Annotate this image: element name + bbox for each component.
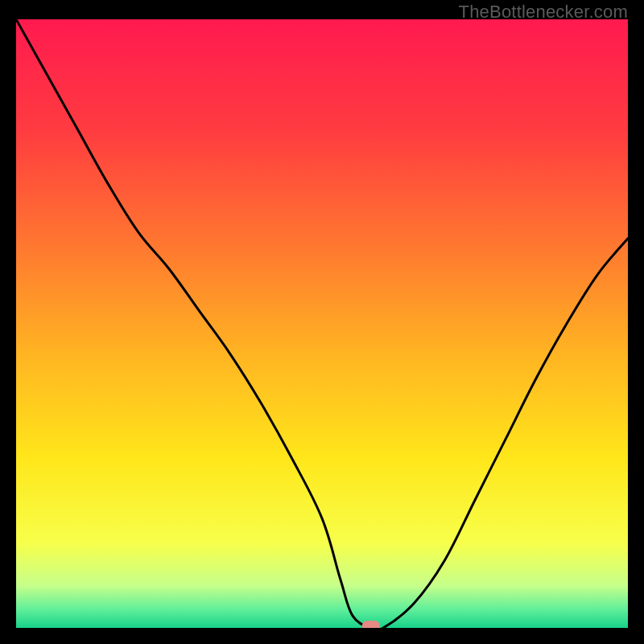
optimal-point-marker [362, 621, 380, 628]
bottleneck-plot [16, 19, 628, 628]
gradient-background [16, 19, 628, 628]
chart-frame: TheBottlenecker.com [0, 0, 644, 644]
plot-svg [16, 19, 628, 628]
watermark-label: TheBottlenecker.com [459, 2, 628, 23]
